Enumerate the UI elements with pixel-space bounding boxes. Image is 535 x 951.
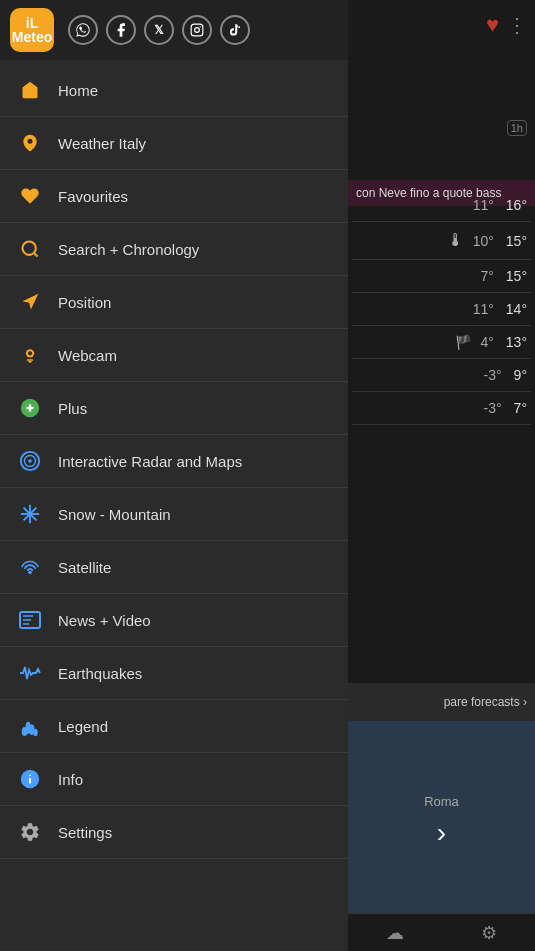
menu-item-earthquakes[interactable]: Earthquakes bbox=[0, 647, 348, 700]
tiktok-icon[interactable] bbox=[220, 15, 250, 45]
svg-point-1 bbox=[195, 28, 200, 33]
drawer-header: iLMeteo 𝕏 bbox=[0, 0, 348, 60]
menu-label-satellite: Satellite bbox=[58, 559, 111, 576]
map-area[interactable]: Roma › bbox=[348, 721, 535, 921]
compare-forecasts-bar[interactable]: pare forecasts › bbox=[348, 683, 535, 721]
position-icon bbox=[18, 290, 42, 314]
menu-item-plus[interactable]: Plus bbox=[0, 382, 348, 435]
svg-point-22 bbox=[28, 571, 32, 575]
weather-row: 11° 16° bbox=[352, 189, 531, 222]
webcam-icon bbox=[18, 343, 42, 367]
weather-row: -3° 7° bbox=[352, 392, 531, 425]
svg-point-2 bbox=[200, 26, 201, 27]
menu-item-news-video[interactable]: News + Video bbox=[0, 594, 348, 647]
settings-icon bbox=[18, 820, 42, 844]
menu-item-satellite[interactable]: Satellite bbox=[0, 541, 348, 594]
favourite-icon[interactable]: ♥ bbox=[486, 12, 499, 38]
temp-high: 16° bbox=[506, 197, 527, 213]
menu-label-snow-mountain: Snow - Mountain bbox=[58, 506, 171, 523]
more-options-icon[interactable]: ⋮ bbox=[507, 13, 527, 37]
svg-point-33 bbox=[29, 774, 31, 776]
home-icon bbox=[18, 78, 42, 102]
menu-label-search-chronology: Search + Chronology bbox=[58, 241, 199, 258]
temp-low: 7° bbox=[480, 268, 493, 284]
temp-high: 9° bbox=[514, 367, 527, 383]
temp-high: 7° bbox=[514, 400, 527, 416]
thermometer-icon: 🌡 bbox=[447, 230, 465, 251]
social-icons-row: 𝕏 bbox=[68, 15, 250, 45]
svg-rect-0 bbox=[191, 24, 203, 36]
weather-row: 7° 15° bbox=[352, 260, 531, 293]
favourites-icon bbox=[18, 184, 42, 208]
svg-point-21 bbox=[28, 512, 32, 516]
svg-point-3 bbox=[28, 139, 33, 144]
menu-label-news-video: News + Video bbox=[58, 612, 151, 629]
hour-badge: 1h bbox=[507, 120, 527, 136]
svg-point-4 bbox=[23, 242, 36, 255]
facebook-icon[interactable] bbox=[106, 15, 136, 45]
menu-label-info: Info bbox=[58, 771, 83, 788]
temp-high: 15° bbox=[506, 268, 527, 284]
weather-row: -3° 9° bbox=[352, 359, 531, 392]
menu-label-earthquakes: Earthquakes bbox=[58, 665, 142, 682]
temp-low: -3° bbox=[484, 400, 502, 416]
temp-high: 15° bbox=[506, 233, 527, 249]
temp-high: 13° bbox=[506, 334, 527, 350]
temp-high: 14° bbox=[506, 301, 527, 317]
legend-icon bbox=[18, 714, 42, 738]
menu-label-home: Home bbox=[58, 82, 98, 99]
menu-item-webcam[interactable]: Webcam bbox=[0, 329, 348, 382]
svg-point-30 bbox=[33, 729, 38, 736]
menu-item-settings[interactable]: Settings bbox=[0, 806, 348, 859]
svg-marker-6 bbox=[23, 294, 39, 310]
temp-low: 11° bbox=[473, 301, 494, 317]
temp-low: 4° bbox=[480, 334, 493, 350]
weather-row: 11° 14° bbox=[352, 293, 531, 326]
earthquake-icon bbox=[18, 661, 42, 685]
whatsapp-icon[interactable] bbox=[68, 15, 98, 45]
navigation-drawer: iLMeteo 𝕏 bbox=[0, 0, 348, 951]
menu-label-position: Position bbox=[58, 294, 111, 311]
snowflake-icon bbox=[18, 502, 42, 526]
map-city-label: Roma bbox=[424, 794, 459, 809]
bottom-bar: ☁ ⚙ bbox=[348, 913, 535, 951]
plus-icon bbox=[18, 396, 42, 420]
satellite-icon bbox=[18, 555, 42, 579]
temp-low: 11° bbox=[473, 197, 494, 213]
weather-row: 🌡 10° 15° bbox=[352, 222, 531, 260]
menu-label-settings: Settings bbox=[58, 824, 112, 841]
top-right-actions: ♥ ⋮ bbox=[486, 12, 527, 38]
temp-low: 10° bbox=[473, 233, 494, 249]
logo-text: iLMeteo bbox=[12, 16, 52, 44]
compare-label: pare forecasts › bbox=[444, 695, 527, 709]
menu-item-weather-italy[interactable]: Weather Italy bbox=[0, 117, 348, 170]
menu-item-legend[interactable]: Legend bbox=[0, 700, 348, 753]
menu-item-search-chronology[interactable]: Search + Chronology bbox=[0, 223, 348, 276]
menu-label-weather-italy: Weather Italy bbox=[58, 135, 146, 152]
menu-item-position[interactable]: Position bbox=[0, 276, 348, 329]
svg-rect-9 bbox=[27, 359, 34, 361]
svg-point-8 bbox=[28, 351, 32, 355]
instagram-icon[interactable] bbox=[182, 15, 212, 45]
twitter-x-icon[interactable]: 𝕏 bbox=[144, 15, 174, 45]
cloud-bottom-icon[interactable]: ☁ bbox=[386, 922, 404, 944]
menu-list: Home Weather Italy Favourites bbox=[0, 60, 348, 951]
gear-bottom-icon[interactable]: ⚙ bbox=[481, 922, 497, 944]
menu-item-interactive-radar[interactable]: Interactive Radar and Maps bbox=[0, 435, 348, 488]
menu-item-home[interactable]: Home bbox=[0, 64, 348, 117]
app-logo[interactable]: iLMeteo bbox=[10, 8, 54, 52]
map-arrow-icon: › bbox=[437, 817, 446, 848]
temp-low: -3° bbox=[484, 367, 502, 383]
menu-label-webcam: Webcam bbox=[58, 347, 117, 364]
search-icon bbox=[18, 237, 42, 261]
menu-item-snow-mountain[interactable]: Snow - Mountain bbox=[0, 488, 348, 541]
weather-row: 🏴 4° 13° bbox=[352, 326, 531, 359]
menu-item-info[interactable]: Info bbox=[0, 753, 348, 806]
menu-label-legend: Legend bbox=[58, 718, 108, 735]
svg-line-5 bbox=[34, 253, 38, 257]
menu-label-interactive-radar: Interactive Radar and Maps bbox=[58, 453, 242, 470]
menu-item-favourites[interactable]: Favourites bbox=[0, 170, 348, 223]
news-icon bbox=[18, 608, 42, 632]
svg-rect-10 bbox=[28, 361, 31, 363]
weather-italy-icon bbox=[18, 131, 42, 155]
